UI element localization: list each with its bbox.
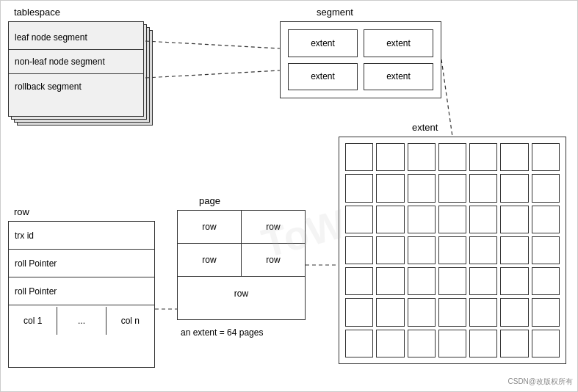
page-cell xyxy=(376,174,404,202)
extent-pages-label: an extent = 64 pages xyxy=(181,327,263,338)
segment-label: segment xyxy=(317,7,353,18)
extent-big-box xyxy=(339,137,566,364)
diagram-container: tablespace leaf node segment non-leaf no… xyxy=(0,0,578,392)
page-cell xyxy=(532,206,560,233)
page-cell xyxy=(532,143,560,171)
page-cell xyxy=(438,330,466,357)
page-cell xyxy=(376,330,404,357)
tablespace-label: tablespace xyxy=(14,7,60,18)
page-cell-row2-col2: row xyxy=(242,244,305,276)
ts-page-main: leaf node segment non-leaf node segment … xyxy=(8,21,144,117)
svg-line-1 xyxy=(145,70,280,78)
extent-cell-3: extent xyxy=(288,63,358,91)
svg-line-0 xyxy=(145,41,280,48)
page-cell xyxy=(345,267,373,295)
page-cell xyxy=(438,174,466,202)
page-label: page xyxy=(199,195,220,206)
page-cell xyxy=(408,267,436,295)
page-cell xyxy=(500,298,528,326)
page-row-1: row row xyxy=(178,211,305,244)
page-cell xyxy=(408,236,436,264)
row-box: trx id roll Pointer roll Pointer col 1 .… xyxy=(8,221,155,368)
page-cell xyxy=(438,236,466,264)
page-cell xyxy=(438,206,466,233)
page-cell xyxy=(438,143,466,171)
extent-label: extent xyxy=(412,122,438,133)
page-cell-row1-col2: row xyxy=(242,211,305,243)
page-cell xyxy=(408,206,436,233)
page-cell xyxy=(500,143,528,171)
row-col1: col 1 xyxy=(9,307,57,335)
extent-cell-4: extent xyxy=(364,63,433,91)
ts-row-1: leaf node segment xyxy=(9,26,143,50)
tablespace-stack: leaf node segment non-leaf node segment … xyxy=(8,21,155,150)
page-cell xyxy=(376,267,404,295)
page-row-3: row xyxy=(178,277,305,310)
page-cell xyxy=(532,330,560,357)
page-cell xyxy=(500,267,528,295)
page-cell xyxy=(469,206,497,233)
row-col-dots: ... xyxy=(57,307,106,335)
page-cell xyxy=(376,298,404,326)
page-cell xyxy=(376,236,404,264)
page-cell xyxy=(532,298,560,326)
page-cell xyxy=(345,174,373,202)
csdn-label: CSDN@改版权所有 xyxy=(508,377,574,387)
extent-cell-2: extent xyxy=(364,29,433,57)
page-cell xyxy=(408,143,436,171)
page-cell xyxy=(469,143,497,171)
page-cell-row2-col1: row xyxy=(178,244,242,276)
ts-row-2: non-leaf node segment xyxy=(9,50,143,74)
page-cell xyxy=(345,143,373,171)
page-cell xyxy=(438,298,466,326)
page-cell xyxy=(469,330,497,357)
page-cell xyxy=(438,267,466,295)
segment-box: extent extent extent extent xyxy=(280,21,441,98)
row-coln: col n xyxy=(106,307,154,335)
page-cell xyxy=(500,206,528,233)
row-item-rollptr2: roll Pointer xyxy=(9,277,154,305)
page-cell xyxy=(469,267,497,295)
page-cell xyxy=(469,236,497,264)
page-cell xyxy=(345,236,373,264)
page-cell xyxy=(408,298,436,326)
page-box: row row row row row xyxy=(177,210,306,320)
page-cell xyxy=(500,174,528,202)
page-cell-row1-col1: row xyxy=(178,211,242,243)
row-item-cols: col 1 ... col n xyxy=(9,305,154,336)
page-cell xyxy=(532,174,560,202)
row-item-rollptr1: roll Pointer xyxy=(9,250,154,277)
page-cell xyxy=(532,267,560,295)
page-cell xyxy=(500,330,528,357)
page-cell xyxy=(408,330,436,357)
svg-line-2 xyxy=(441,59,452,137)
page-cell xyxy=(345,206,373,233)
row-item-trxid: trx id xyxy=(9,222,154,250)
page-cell xyxy=(376,143,404,171)
page-row-2: row row xyxy=(178,244,305,277)
page-cell xyxy=(345,330,373,357)
ts-row-3: rollback segment xyxy=(9,74,143,98)
extent-cell-1: extent xyxy=(288,29,358,57)
page-cell xyxy=(532,236,560,264)
page-cell xyxy=(345,298,373,326)
page-cell xyxy=(469,298,497,326)
page-cell xyxy=(469,174,497,202)
row-label: row xyxy=(14,206,29,217)
page-cell xyxy=(408,174,436,202)
page-cell-row3-col1: row xyxy=(178,277,305,310)
page-cell xyxy=(500,236,528,264)
page-cell xyxy=(376,206,404,233)
